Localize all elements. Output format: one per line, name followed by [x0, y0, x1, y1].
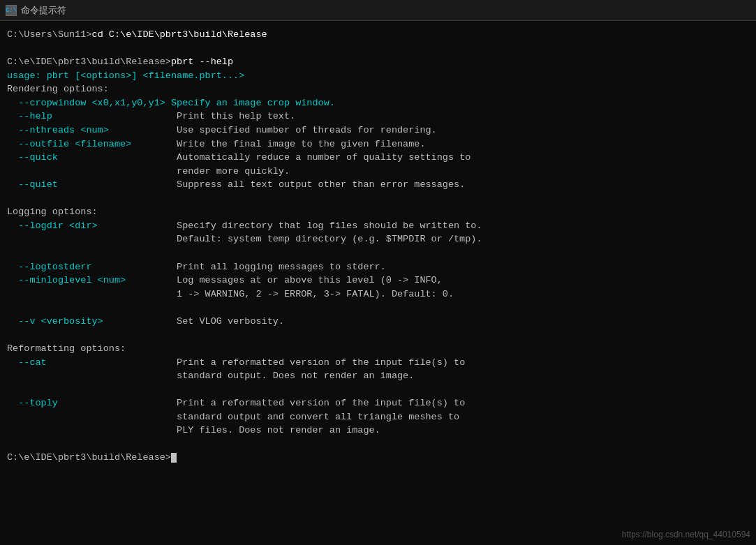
terminal-icon: C:\	[6, 5, 17, 16]
terminal-window: C:\Users\Sun11>cd C:\e\IDE\pbrt3\build\R…	[0, 21, 756, 545]
title-bar-label: 命令提示符	[21, 4, 66, 17]
title-bar: C:\ 命令提示符	[0, 0, 756, 21]
watermark: https://blog.csdn.net/qq_44010594	[622, 530, 750, 539]
terminal-output: C:\Users\Sun11>cd C:\e\IDE\pbrt3\build\R…	[3, 27, 753, 466]
